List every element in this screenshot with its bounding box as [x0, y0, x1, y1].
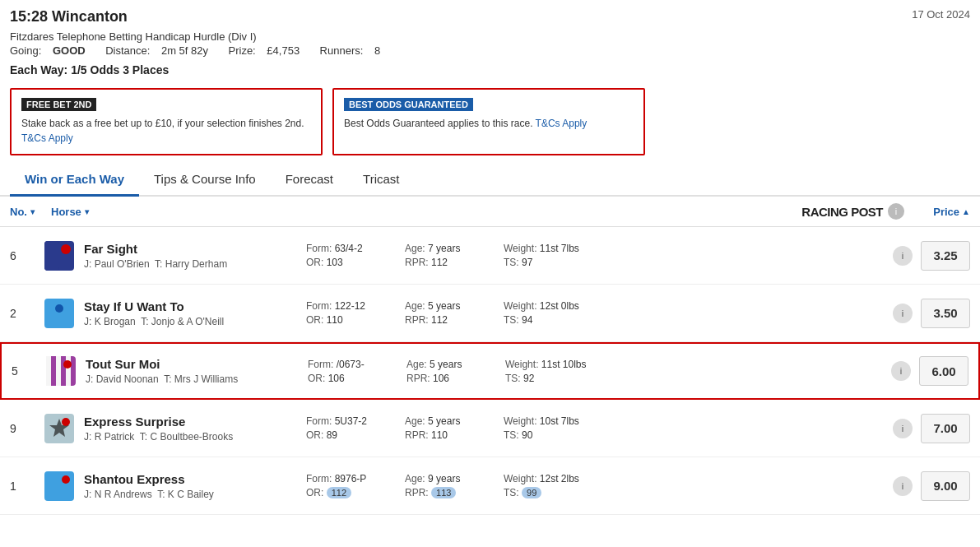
runner-silks	[35, 414, 84, 443]
tab-tricast[interactable]: Tricast	[348, 164, 414, 197]
horse-sort-icon: ▾	[85, 207, 89, 216]
runner-name-section: Tout Sur Moi J: David Noonan T: Mrs J Wi…	[86, 357, 300, 385]
price-sort-icon: ▲	[962, 207, 970, 216]
stat-col-age-rpr: Age: 5 years RPR: 106	[406, 359, 505, 384]
no-sort-icon: ▾	[30, 207, 35, 216]
rpr-row: RPR: 113	[405, 487, 504, 498]
runner-price-btn[interactable]: 3.50	[921, 299, 970, 328]
runner-name-section: Stay If U Want To J: K Brogan T: Jonjo &…	[84, 299, 298, 327]
bog-link[interactable]: T&Cs Apply	[536, 118, 588, 129]
bog-badge: BEST ODDS GUARANTEED	[344, 98, 473, 111]
runner-info-btn[interactable]: i	[893, 246, 913, 266]
page-header: 15:28 Wincanton 17 Oct 2024	[0, 0, 980, 29]
stat-col-weight-ts: Weight: 11st 10lbs TS: 92	[505, 359, 604, 384]
or-row: OR: 89	[306, 429, 405, 441]
stat-col-weight-ts: Weight: 11st 7lbs TS: 97	[504, 243, 602, 268]
runner-price-btn[interactable]: 7.00	[921, 414, 970, 443]
weight-row: Weight: 11st 10lbs	[505, 359, 604, 370]
runner-info-btn[interactable]: i	[893, 476, 913, 496]
tab-forecast[interactable]: Forecast	[271, 164, 348, 197]
runners-value: 8	[374, 44, 380, 57]
svg-rect-2	[44, 241, 59, 271]
runner-connections: J: R Patrick T: C Boultbee-Brooks	[84, 431, 298, 443]
col-price-header[interactable]: Price ▲	[904, 206, 970, 218]
each-way-terms: Each Way: 1/5 Odds 3 Places	[0, 60, 980, 83]
runner-name: Stay If U Want To	[84, 299, 298, 313]
ts-row: TS: 92	[505, 373, 604, 384]
prize-label: Prize:	[229, 44, 256, 57]
runner-price-btn[interactable]: 9.00	[921, 471, 970, 501]
runner-price-btn[interactable]: 6.00	[919, 356, 968, 386]
runner-name-section: Far Sight J: Paul O'Brien T: Harry Derha…	[84, 242, 298, 270]
form-row: Form: 5U37-2	[306, 415, 405, 427]
stat-col-weight-ts: Weight: 10st 7lbs TS: 90	[504, 415, 602, 441]
runner-name: Far Sight	[84, 242, 298, 256]
stat-col-age-rpr: Age: 7 years RPR: 112	[405, 243, 504, 268]
svg-rect-13	[44, 471, 74, 501]
stat-col-weight-ts: Weight: 12st 2lbs TS: 99	[504, 473, 602, 498]
stat-col-form-or: Form: 122-12 OR: 110	[306, 300, 405, 326]
table-row: 5 Tout Sur Moi J: David Noonan T: Mrs J …	[0, 342, 980, 400]
age-row: Age: 9 years	[405, 473, 504, 484]
distance-label: Distance:	[105, 44, 150, 57]
form-row: Form: /0673-	[308, 359, 406, 370]
runners-label: Runners:	[320, 44, 364, 57]
promo-section: FREE BET 2ND Stake back as a free bet up…	[0, 83, 980, 164]
runner-connections: J: Paul O'Brien T: Harry Derham	[84, 258, 298, 270]
prize-value: £4,753	[267, 44, 300, 57]
weight-row: Weight: 12st 2lbs	[504, 473, 602, 484]
tab-tips-course-info[interactable]: Tips & Course Info	[139, 164, 271, 197]
form-row: Form: 63/4-2	[306, 243, 405, 254]
stat-col-age-rpr: Age: 5 years RPR: 110	[405, 415, 504, 441]
age-row: Age: 5 years	[406, 359, 505, 370]
or-row: OR: 112	[306, 487, 405, 498]
ts-row: TS: 99	[504, 487, 602, 498]
runner-number: 6	[10, 249, 35, 262]
runner-info-btn[interactable]: i	[893, 419, 913, 438]
tab-bar: Win or Each Way Tips & Course Info Forec…	[0, 164, 980, 197]
runner-stats: Form: 8976-P OR: 112 Age: 9 years RPR: 1…	[298, 473, 885, 498]
runner-info-btn[interactable]: i	[893, 304, 913, 323]
race-date: 17 Oct 2024	[912, 8, 970, 21]
stat-col-form-or: Form: /0673- OR: 106	[308, 359, 406, 384]
promo-box-bog: BEST ODDS GUARANTEED Best Odds Guarantee…	[332, 88, 645, 155]
ts-row: TS: 94	[504, 314, 602, 326]
runner-name: Shantou Express	[84, 472, 298, 486]
table-row: 6 Far Sight J: Paul O'Brien T: Harry Der…	[0, 227, 980, 285]
or-row: OR: 110	[306, 314, 405, 326]
weight-row: Weight: 12st 0lbs	[504, 300, 602, 312]
runner-number: 1	[10, 480, 35, 493]
svg-point-1	[61, 244, 71, 254]
table-header: No. ▾ Horse ▾ RACING POST i Price ▲	[0, 197, 980, 227]
stat-col-age-rpr: Age: 5 years RPR: 112	[405, 300, 504, 326]
svg-rect-3	[44, 299, 74, 328]
age-row: Age: 5 years	[405, 415, 504, 427]
stat-col-form-or: Form: 8976-P OR: 112	[306, 473, 405, 498]
col-no-header[interactable]: No. ▾	[10, 206, 51, 218]
rpr-row: RPR: 112	[405, 257, 504, 268]
race-info: Fitzdares Telephone Betting Handicap Hur…	[0, 29, 980, 60]
rpr-row: RPR: 112	[405, 314, 504, 326]
runner-info-btn[interactable]: i	[891, 361, 911, 381]
svg-rect-7	[56, 356, 61, 386]
stat-col-age-rpr: Age: 9 years RPR: 113	[405, 473, 504, 498]
runner-number: 9	[10, 422, 35, 435]
svg-point-14	[62, 475, 70, 484]
col-horse-header[interactable]: Horse ▾	[51, 206, 801, 218]
promo-box-freebet: FREE BET 2ND Stake back as a free bet up…	[10, 88, 323, 155]
race-name: Fitzdares Telephone Betting Handicap Hur…	[10, 30, 970, 43]
rp-info-btn[interactable]: i	[888, 203, 904, 220]
race-meta: Going: GOOD Distance: 2m 5f 82y Prize: £…	[10, 44, 970, 57]
going-value: GOOD	[53, 44, 86, 57]
ts-row: TS: 97	[504, 257, 602, 268]
svg-point-9	[63, 360, 72, 369]
racing-post-logo: RACING POST i	[801, 203, 904, 220]
tab-win-each-way[interactable]: Win or Each Way	[10, 164, 139, 197]
race-title: 15:28 Wincanton	[10, 8, 128, 25]
svg-point-12	[62, 418, 70, 426]
runner-connections: J: N R Andrews T: K C Bailey	[84, 489, 298, 500]
freebet-text: Stake back as a free bet up to £10, if y…	[21, 116, 311, 146]
runner-price-btn[interactable]: 3.25	[921, 241, 970, 271]
freebet-link[interactable]: T&Cs Apply	[21, 132, 73, 144]
form-row: Form: 8976-P	[306, 473, 405, 484]
